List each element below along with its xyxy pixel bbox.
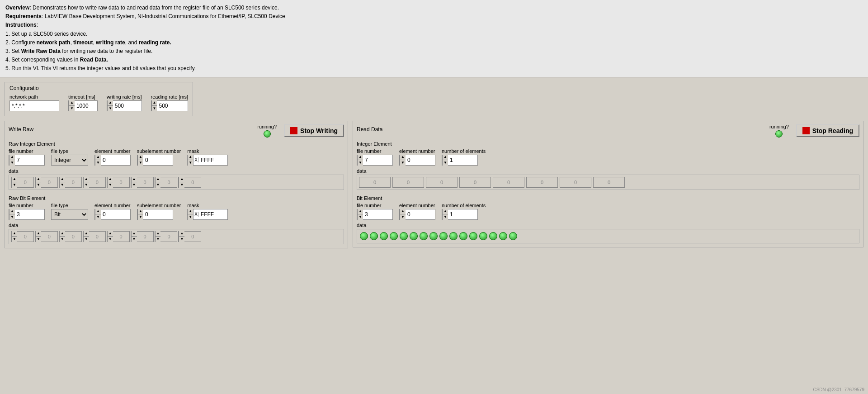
writing-rate-input[interactable]: [113, 101, 136, 111]
reading-rate-up-btn[interactable]: ▲: [152, 100, 157, 106]
read-int-file-number-up[interactable]: ▲: [358, 155, 363, 161]
raw-int-element-down[interactable]: ▼: [95, 160, 101, 166]
data-cell-input[interactable]: [137, 180, 153, 185]
raw-bit-file-type-select[interactable]: Integer Bit Float String: [52, 209, 88, 219]
data-cell-down[interactable]: ▼: [60, 237, 65, 242]
raw-int-mask-down[interactable]: ▼: [188, 160, 193, 166]
raw-bit-file-number-input[interactable]: [15, 209, 35, 219]
raw-bit-element-up[interactable]: ▲: [95, 209, 101, 215]
data-cell-down[interactable]: ▼: [12, 237, 17, 242]
data-cell-up[interactable]: ▲: [60, 231, 65, 237]
data-cell-input[interactable]: [137, 234, 153, 239]
data-cell-input[interactable]: [184, 234, 201, 239]
reading-rate-input[interactable]: [157, 101, 179, 111]
data-cell-input[interactable]: [41, 180, 57, 185]
data-cell-down[interactable]: ▼: [132, 237, 137, 242]
data-cell-up[interactable]: ▲: [108, 177, 113, 183]
raw-int-element-input[interactable]: [101, 155, 121, 165]
raw-int-file-number-down[interactable]: ▼: [9, 160, 15, 166]
timeout-down-btn[interactable]: ▼: [69, 106, 75, 111]
read-int-file-number-down[interactable]: ▼: [358, 160, 363, 166]
data-cell-down[interactable]: ▼: [179, 182, 184, 188]
read-bit-element-up[interactable]: ▲: [400, 209, 406, 215]
data-cell-input[interactable]: [184, 180, 201, 185]
data-cell-up[interactable]: ▲: [36, 177, 41, 183]
raw-int-element-up[interactable]: ▲: [95, 155, 101, 161]
data-cell-down[interactable]: ▼: [60, 182, 65, 188]
raw-int-subelement-down[interactable]: ▼: [138, 160, 143, 166]
read-bit-file-number-down[interactable]: ▼: [358, 214, 363, 220]
data-cell-input[interactable]: [89, 234, 105, 239]
data-cell-input[interactable]: [65, 234, 81, 239]
stop-writing-button[interactable]: Stop Writing: [284, 124, 344, 137]
data-cell-down[interactable]: ▼: [84, 182, 89, 188]
writing-rate-up-btn[interactable]: ▲: [108, 100, 113, 106]
data-cell-up[interactable]: ▲: [60, 177, 65, 183]
data-cell-down[interactable]: ▼: [132, 182, 137, 188]
read-bit-num-elements-up[interactable]: ▲: [443, 209, 448, 215]
data-cell-up[interactable]: ▲: [84, 177, 89, 183]
data-cell-down[interactable]: ▼: [36, 237, 41, 242]
raw-int-mask-input[interactable]: [199, 156, 219, 164]
read-int-num-elements-down[interactable]: ▼: [443, 160, 448, 166]
data-cell-down[interactable]: ▼: [156, 237, 161, 242]
read-int-file-number-input[interactable]: [363, 155, 383, 165]
raw-bit-element-input[interactable]: [101, 209, 121, 219]
data-cell-up[interactable]: ▲: [179, 177, 184, 183]
read-int-num-elements-up[interactable]: ▲: [443, 155, 448, 161]
data-cell-input[interactable]: [89, 180, 105, 185]
data-cell-input[interactable]: [160, 180, 177, 185]
data-cell-up[interactable]: ▲: [179, 231, 184, 237]
raw-bit-file-number-up[interactable]: ▲: [9, 209, 15, 215]
raw-int-file-type-select[interactable]: Integer Bit Float String: [52, 155, 88, 165]
data-cell-input[interactable]: [65, 180, 81, 185]
raw-bit-subelement-down[interactable]: ▼: [138, 214, 143, 220]
data-cell-down[interactable]: ▼: [36, 182, 41, 188]
raw-int-file-number-up[interactable]: ▲: [9, 155, 15, 161]
data-cell-down[interactable]: ▼: [179, 237, 184, 242]
data-cell-input[interactable]: [17, 234, 33, 239]
read-int-element-down[interactable]: ▼: [400, 160, 406, 166]
data-cell-down[interactable]: ▼: [12, 182, 17, 188]
data-cell-down[interactable]: ▼: [108, 237, 113, 242]
read-int-num-elements-input[interactable]: [448, 155, 468, 165]
network-path-input[interactable]: [9, 100, 59, 111]
stop-reading-button[interactable]: Stop Reading: [796, 124, 859, 137]
data-cell-up[interactable]: ▲: [36, 231, 41, 237]
raw-int-subelement-input[interactable]: [143, 155, 164, 165]
writing-rate-down-btn[interactable]: ▼: [108, 106, 113, 111]
data-cell-up[interactable]: ▲: [132, 177, 137, 183]
raw-bit-element-down[interactable]: ▼: [95, 214, 101, 220]
reading-rate-down-btn[interactable]: ▼: [152, 106, 157, 111]
data-cell-up[interactable]: ▲: [132, 231, 137, 237]
data-cell-input[interactable]: [113, 180, 129, 185]
data-cell-input[interactable]: [113, 234, 129, 239]
data-cell-up[interactable]: ▲: [84, 231, 89, 237]
data-cell-input[interactable]: [160, 234, 177, 239]
read-int-element-up[interactable]: ▲: [400, 155, 406, 161]
raw-bit-subelement-input[interactable]: [143, 209, 164, 219]
timeout-up-btn[interactable]: ▲: [69, 100, 75, 106]
read-int-element-input[interactable]: [406, 155, 426, 165]
raw-bit-mask-up[interactable]: ▲: [188, 209, 193, 215]
data-cell-up[interactable]: ▲: [12, 177, 17, 183]
read-bit-num-elements-input[interactable]: [448, 209, 468, 219]
raw-bit-mask-down[interactable]: ▼: [188, 214, 193, 220]
read-bit-element-down[interactable]: ▼: [400, 214, 406, 220]
read-bit-file-number-up[interactable]: ▲: [358, 209, 363, 215]
data-cell-up[interactable]: ▲: [156, 231, 161, 237]
read-bit-file-number-input[interactable]: [363, 209, 383, 219]
read-bit-num-elements-down[interactable]: ▼: [443, 214, 448, 220]
timeout-input[interactable]: [75, 101, 97, 111]
data-cell-down[interactable]: ▼: [156, 182, 161, 188]
read-bit-element-input[interactable]: [406, 209, 426, 219]
data-cell-down[interactable]: ▼: [108, 182, 113, 188]
raw-int-subelement-up[interactable]: ▲: [138, 155, 143, 161]
data-cell-down[interactable]: ▼: [84, 237, 89, 242]
raw-bit-mask-input[interactable]: [199, 210, 219, 218]
raw-int-mask-up[interactable]: ▲: [188, 155, 193, 161]
data-cell-up[interactable]: ▲: [12, 231, 17, 237]
raw-bit-file-number-down[interactable]: ▼: [9, 214, 15, 220]
data-cell-input[interactable]: [17, 180, 33, 185]
data-cell-up[interactable]: ▲: [156, 177, 161, 183]
